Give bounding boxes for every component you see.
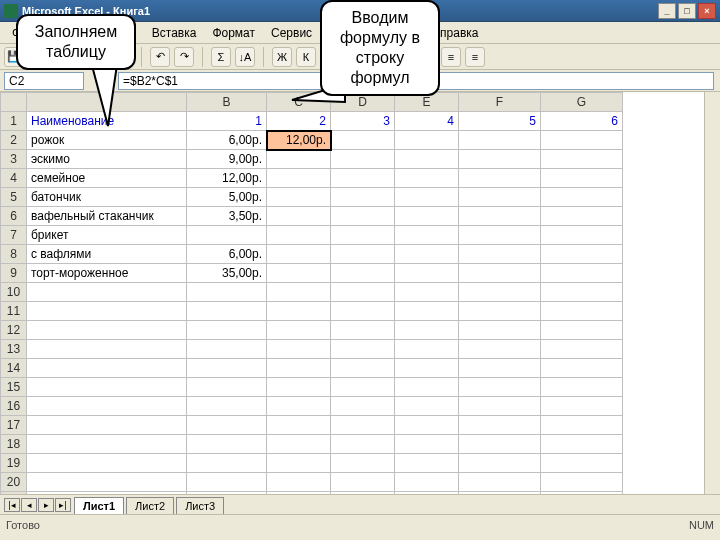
cell[interactable] — [331, 226, 395, 245]
cell[interactable] — [541, 416, 623, 435]
row-header-17[interactable]: 17 — [1, 416, 27, 435]
cell[interactable] — [267, 473, 331, 492]
cell[interactable]: 5 — [459, 112, 541, 131]
cell[interactable] — [267, 359, 331, 378]
cell[interactable] — [459, 302, 541, 321]
cell[interactable] — [267, 397, 331, 416]
col-header-G[interactable]: G — [541, 93, 623, 112]
cell[interactable] — [541, 340, 623, 359]
cell[interactable] — [27, 397, 187, 416]
cell[interactable]: 3,50р. — [187, 207, 267, 226]
cell[interactable] — [395, 397, 459, 416]
cell[interactable] — [459, 150, 541, 169]
name-box[interactable]: C2 — [4, 72, 84, 90]
cell[interactable]: 4 — [395, 112, 459, 131]
maximize-button[interactable]: □ — [678, 3, 696, 19]
cell[interactable] — [331, 378, 395, 397]
cell[interactable] — [267, 150, 331, 169]
row-header-21[interactable]: 21 — [1, 492, 27, 495]
cell[interactable]: 12,00р. — [187, 169, 267, 188]
cell[interactable] — [187, 454, 267, 473]
menu-tools[interactable]: Сервис — [263, 24, 320, 42]
tab-sheet3[interactable]: Лист3 — [176, 497, 224, 514]
cell[interactable] — [187, 302, 267, 321]
row-header-8[interactable]: 8 — [1, 245, 27, 264]
cell[interactable] — [395, 264, 459, 283]
cell[interactable] — [331, 169, 395, 188]
cell[interactable]: 9,00р. — [187, 150, 267, 169]
cell[interactable] — [331, 359, 395, 378]
cell[interactable] — [541, 378, 623, 397]
cell[interactable] — [395, 283, 459, 302]
cell[interactable] — [395, 378, 459, 397]
cell[interactable] — [27, 435, 187, 454]
row-header-13[interactable]: 13 — [1, 340, 27, 359]
cell[interactable] — [331, 340, 395, 359]
cell[interactable] — [267, 169, 331, 188]
cell[interactable] — [395, 207, 459, 226]
cell[interactable] — [267, 454, 331, 473]
cell[interactable] — [541, 207, 623, 226]
cell[interactable]: 1 — [187, 112, 267, 131]
row-header-10[interactable]: 10 — [1, 283, 27, 302]
cell[interactable] — [395, 435, 459, 454]
cell[interactable]: брикет — [27, 226, 187, 245]
cell[interactable] — [27, 492, 187, 495]
cell[interactable] — [331, 207, 395, 226]
cell[interactable] — [459, 416, 541, 435]
col-header-F[interactable]: F — [459, 93, 541, 112]
cell[interactable]: 6 — [541, 112, 623, 131]
tab-sheet1[interactable]: Лист1 — [74, 497, 124, 514]
cell[interactable] — [331, 302, 395, 321]
align-right-button[interactable]: ≡ — [465, 47, 485, 67]
cell[interactable] — [459, 169, 541, 188]
cell[interactable] — [395, 321, 459, 340]
cell[interactable] — [395, 169, 459, 188]
cell[interactable] — [27, 321, 187, 340]
cell[interactable] — [395, 226, 459, 245]
row-header-6[interactable]: 6 — [1, 207, 27, 226]
cell[interactable]: 6,00р. — [187, 245, 267, 264]
cell[interactable] — [331, 492, 395, 495]
cell[interactable] — [267, 492, 331, 495]
cell[interactable] — [395, 454, 459, 473]
cell[interactable]: 6,00р. — [187, 131, 267, 150]
cell[interactable] — [331, 150, 395, 169]
cell[interactable] — [27, 416, 187, 435]
cell[interactable] — [395, 188, 459, 207]
cell[interactable] — [27, 473, 187, 492]
tab-next-button[interactable]: ▸ — [38, 498, 54, 512]
cell[interactable] — [541, 435, 623, 454]
cell[interactable] — [27, 283, 187, 302]
row-header-19[interactable]: 19 — [1, 454, 27, 473]
cell[interactable] — [395, 340, 459, 359]
minimize-button[interactable]: _ — [658, 3, 676, 19]
cell[interactable] — [459, 264, 541, 283]
cell[interactable] — [395, 473, 459, 492]
sum-button[interactable]: Σ — [211, 47, 231, 67]
italic-button[interactable]: К — [296, 47, 316, 67]
cell[interactable] — [541, 226, 623, 245]
cell[interactable] — [459, 359, 541, 378]
cell[interactable] — [395, 302, 459, 321]
cell[interactable] — [459, 207, 541, 226]
cell[interactable] — [27, 359, 187, 378]
bold-button[interactable]: Ж — [272, 47, 292, 67]
worksheet-area[interactable]: ABCDEFG1Наименование1234562рожок6,00р.12… — [0, 92, 720, 494]
undo-button[interactable]: ↶ — [150, 47, 170, 67]
select-all-corner[interactable] — [1, 93, 27, 112]
tab-first-button[interactable]: |◂ — [4, 498, 20, 512]
cell[interactable] — [331, 397, 395, 416]
redo-button[interactable]: ↷ — [174, 47, 194, 67]
cell[interactable] — [187, 378, 267, 397]
cell[interactable] — [267, 321, 331, 340]
sort-button[interactable]: ↓A — [235, 47, 255, 67]
align-center-button[interactable]: ≡ — [441, 47, 461, 67]
cell[interactable] — [459, 188, 541, 207]
cell[interactable] — [187, 397, 267, 416]
cell[interactable] — [331, 245, 395, 264]
cell[interactable] — [267, 378, 331, 397]
cell[interactable] — [267, 340, 331, 359]
tab-last-button[interactable]: ▸| — [55, 498, 71, 512]
cell[interactable] — [459, 397, 541, 416]
